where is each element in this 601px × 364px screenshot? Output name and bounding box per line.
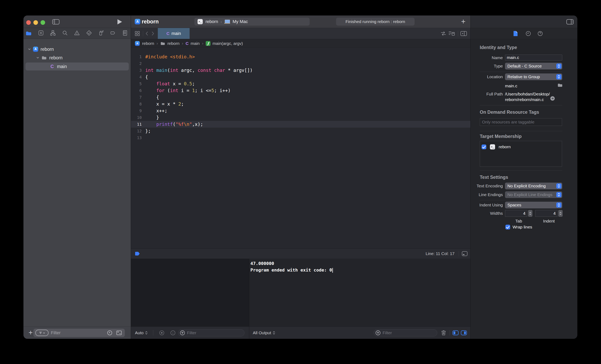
line-number[interactable]: 9 [131, 107, 142, 114]
tab-width-stepper[interactable] [528, 210, 532, 217]
toggle-inspector-icon[interactable] [566, 19, 574, 25]
scheme-selector[interactable]: >_ reborn › My Mac [194, 18, 310, 26]
library-add-button[interactable]: + [460, 17, 467, 26]
trash-icon[interactable] [441, 330, 446, 336]
line-number[interactable]: 8 [131, 101, 142, 107]
forward-chevron-icon[interactable] [151, 31, 154, 36]
resource-tags-field[interactable]: Only resources are taggable [480, 118, 562, 126]
symbol-navigator-icon[interactable] [50, 30, 56, 37]
jump-bar-file[interactable]: main [190, 41, 200, 46]
indent-width-field[interactable]: 4 [535, 210, 558, 217]
line-number[interactable]: 12 [131, 128, 142, 134]
add-editor-icon[interactable] [460, 31, 467, 36]
navigator-filter-field[interactable]: Filter [33, 329, 125, 337]
breakpoint-navigator-icon[interactable] [110, 30, 116, 37]
tree-row-project[interactable]: A reborn [23, 46, 135, 53]
code-line[interactable]: 6 for (int i = 1; i <=5; i++) [131, 87, 471, 94]
close-button[interactable] [26, 20, 31, 25]
code-line[interactable]: 3int main(int argc, const char * argv[]) [131, 67, 471, 74]
code-editor[interactable]: 1#include <stdio.h>23int main(int argc, … [131, 48, 471, 249]
run-destination[interactable]: My Mac [232, 19, 248, 24]
scheme-name[interactable]: reborn [206, 19, 218, 24]
find-navigator-icon[interactable] [62, 30, 68, 37]
line-number[interactable]: 13 [131, 134, 142, 141]
issue-navigator-icon[interactable] [74, 30, 80, 37]
target-checkbox[interactable] [481, 144, 486, 149]
indent-using-dropdown[interactable]: Spaces [505, 202, 562, 208]
type-dropdown[interactable]: Default - C Source [505, 63, 562, 69]
source-control-status-filter-icon[interactable] [116, 330, 122, 337]
text-encoding-dropdown[interactable]: No Explicit Encoding [505, 182, 562, 189]
jump-bar-group[interactable]: reborn [167, 41, 180, 46]
info-icon[interactable] [170, 330, 176, 336]
code-line[interactable]: 1#include <stdio.h> [131, 53, 471, 60]
code-line[interactable]: 4{ [131, 74, 471, 80]
toggle-navigator-icon[interactable] [52, 19, 60, 25]
add-file-button[interactable]: + [27, 328, 34, 337]
code-line[interactable]: 2 [131, 60, 471, 67]
tab-width-field[interactable]: 4 [505, 210, 527, 217]
line-col-indicator[interactable]: Line: 11 Col: 17 [426, 249, 454, 259]
history-inspector-icon[interactable] [525, 31, 531, 36]
line-number[interactable]: 2 [131, 60, 142, 67]
quick-look-eye-icon[interactable] [159, 330, 165, 336]
variables-scope-popup[interactable]: Auto [135, 327, 148, 339]
jump-bar-project[interactable]: reborn [142, 41, 154, 46]
report-navigator-icon[interactable] [122, 30, 128, 37]
adjust-editor-options-icon[interactable] [448, 31, 455, 36]
console-filter-field[interactable]: Filter [374, 329, 437, 336]
project-name[interactable]: reborn [40, 47, 54, 52]
jump-bar-symbol[interactable]: main(argc, argv) [212, 41, 243, 46]
minimize-button[interactable] [33, 20, 38, 25]
file-inspector-icon[interactable] [513, 30, 518, 37]
open-path-arrow-icon[interactable] [550, 96, 555, 101]
line-number[interactable]: 7 [131, 94, 142, 101]
line-number[interactable]: 3 [131, 67, 142, 74]
show-console-view-icon[interactable] [461, 330, 467, 335]
disclosure-chevron-icon[interactable] [28, 48, 31, 51]
recent-files-clock-icon[interactable] [107, 330, 112, 337]
tab-main[interactable]: C main [158, 28, 190, 39]
code-line[interactable]: 7 { [131, 94, 471, 101]
related-items-icon[interactable] [135, 31, 140, 36]
code-line[interactable]: 5 float x = 0.5; [131, 80, 471, 87]
indent-width-stepper[interactable] [558, 210, 563, 217]
variables-console-divider[interactable] [249, 259, 249, 339]
test-navigator-icon[interactable] [86, 30, 92, 37]
line-number[interactable]: 11 [131, 121, 142, 128]
line-number[interactable]: 1 [131, 53, 142, 60]
name-field[interactable]: main.c [505, 55, 562, 60]
project-navigator-icon[interactable] [25, 31, 32, 36]
disclosure-chevron-icon[interactable] [36, 56, 39, 59]
source-control-navigator-icon[interactable] [38, 30, 44, 37]
zoom-button[interactable] [40, 20, 45, 25]
debug-console[interactable]: 47.000000 Program ended with exit code: … [249, 259, 471, 326]
code-line[interactable]: 13 [131, 134, 471, 141]
choose-folder-icon[interactable] [557, 83, 563, 87]
line-number[interactable]: 5 [131, 80, 142, 87]
code-line[interactable]: 8 x = x * 2; [131, 101, 471, 107]
tab-label[interactable]: main [171, 31, 181, 36]
debug-area-toggle-icon[interactable] [462, 251, 468, 256]
code-review-icon[interactable] [440, 31, 447, 36]
breakpoints-toggle-icon[interactable] [135, 251, 140, 256]
location-dropdown[interactable]: Relative to Group [505, 73, 562, 80]
code-line[interactable]: 11 printf("%f\n",x); [131, 121, 471, 128]
navigator-editor-divider[interactable] [131, 16, 131, 339]
target-row[interactable]: >_ reborn [480, 141, 562, 149]
tree-row-group[interactable]: reborn [23, 54, 143, 62]
wrap-lines-row[interactable]: Wrap lines [505, 225, 532, 230]
variables-view[interactable] [131, 259, 249, 326]
line-number[interactable]: 4 [131, 74, 142, 80]
line-number[interactable]: 6 [131, 87, 142, 94]
console-output-popup[interactable]: All Output [253, 327, 275, 339]
line-number[interactable]: 10 [131, 114, 142, 121]
debug-navigator-icon[interactable] [98, 30, 104, 37]
file-name[interactable]: main [57, 64, 67, 69]
back-chevron-icon[interactable] [145, 31, 149, 36]
wrap-lines-checkbox[interactable] [505, 225, 510, 230]
filter-options-icon[interactable] [35, 330, 49, 336]
group-name[interactable]: reborn [49, 55, 62, 60]
variables-filter-field[interactable]: Filter [178, 329, 244, 336]
code-line[interactable]: 9 x++; [131, 107, 471, 114]
